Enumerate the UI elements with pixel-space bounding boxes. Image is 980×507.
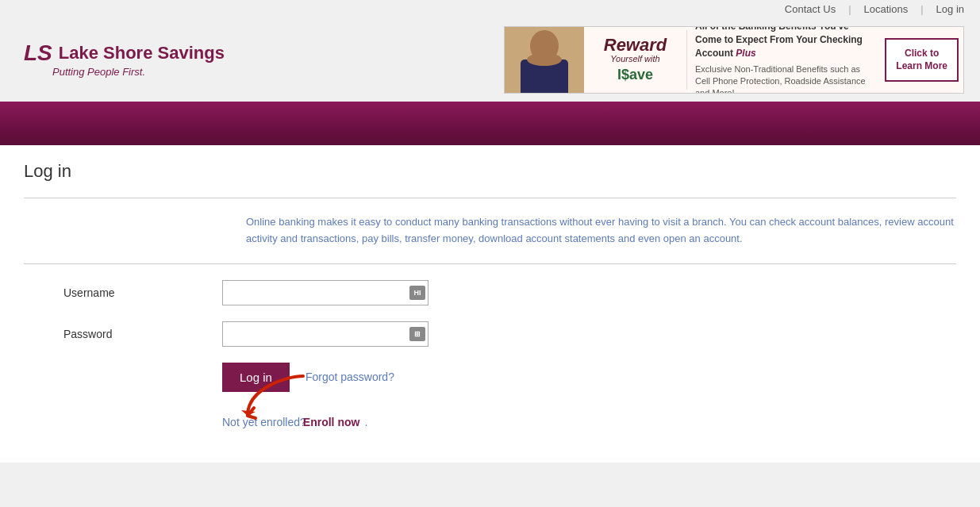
login-form: Username HI Password ⊞ Log in Forgot pas… <box>63 280 956 428</box>
username-icon: HI <box>409 286 425 300</box>
svg-point-3 <box>527 53 562 66</box>
divider-top <box>24 198 956 198</box>
banner-image <box>505 26 584 94</box>
banner-yourself-text: Yourself with <box>592 54 678 63</box>
banner-isave-text: I$ave <box>592 67 678 83</box>
red-arrow-icon <box>240 372 319 428</box>
password-label: Password <box>63 328 222 340</box>
username-row: Username HI <box>63 280 956 305</box>
banner-desc-title: All of the Banking Benefits You've Come … <box>695 26 872 60</box>
username-input-wrap: HI <box>222 280 429 305</box>
banner-description: All of the Banking Benefits You've Come … <box>687 26 880 94</box>
banner-content: Reward Yourself with I$ave All of the Ba… <box>584 26 963 94</box>
logo-top: LS Lake Shore Savings <box>24 42 225 64</box>
top-navigation: Contact Us | Locations | Log in <box>0 0 980 18</box>
login-nav-link[interactable]: Log in <box>936 3 964 15</box>
banner-cta-line1: Click to <box>905 48 939 59</box>
logo-tagline: Putting People First. <box>52 66 225 78</box>
nav-separator: | <box>848 3 851 15</box>
locations-link[interactable]: Locations <box>864 3 909 15</box>
logo-area: LS Lake Shore Savings Putting People Fir… <box>24 42 225 78</box>
password-icon: ⊞ <box>409 327 425 341</box>
divider-bottom <box>24 263 956 264</box>
enroll-period: . <box>364 416 367 428</box>
password-input[interactable] <box>222 321 429 347</box>
banner-plus-text: Plus <box>736 48 755 59</box>
intro-paragraph: Online banking makes it easy to conduct … <box>246 214 956 248</box>
banner-cta-line2: Learn More <box>896 60 947 71</box>
banner-ad: Reward Yourself with I$ave All of the Ba… <box>504 26 964 94</box>
buttons-row: Log in Forgot password? <box>222 363 956 392</box>
username-label: Username <box>63 286 222 299</box>
banner-cta-button[interactable]: Click to Learn More <box>885 38 959 82</box>
username-input[interactable] <box>222 280 429 305</box>
banner-cta[interactable]: Click to Learn More <box>880 33 963 86</box>
banner-desc-sub: Exclusive Non-Traditional Benefits such … <box>695 63 872 94</box>
main-content: Log in Online banking makes it easy to c… <box>0 145 980 463</box>
password-input-wrap: ⊞ <box>222 321 429 347</box>
password-icon-symbol: ⊞ <box>414 330 421 338</box>
password-row: Password ⊞ <box>63 321 956 347</box>
site-header: LS Lake Shore Savings Putting People Fir… <box>0 18 980 102</box>
banner-desc-title-text: All of the Banking Benefits You've Come … <box>695 26 863 59</box>
banner-reward-text: Reward <box>592 36 678 54</box>
contact-us-link[interactable]: Contact Us <box>785 3 836 15</box>
arrow-container: Enroll now <box>303 416 360 428</box>
logo-icon: LS <box>24 42 52 64</box>
purple-nav-bar <box>0 102 980 145</box>
banner-person-image <box>505 26 584 94</box>
username-icon-symbol: HI <box>414 289 421 297</box>
logo-text: Lake Shore Savings <box>59 43 225 63</box>
page-title: Log in <box>24 161 956 182</box>
enroll-row: Not yet enrolled? Enroll now . <box>222 416 956 428</box>
nav-separator2: | <box>920 3 923 15</box>
banner-title-area: Reward Yourself with I$ave <box>584 30 687 90</box>
